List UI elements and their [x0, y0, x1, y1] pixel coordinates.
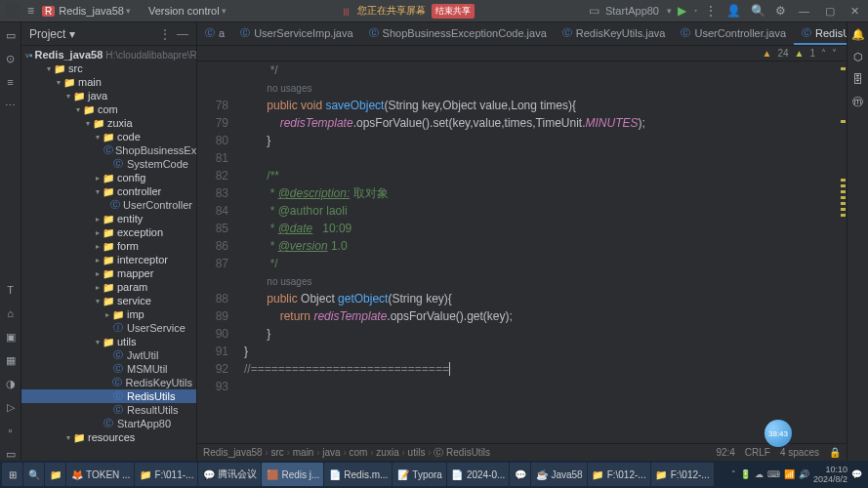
more-tool-icon[interactable]: ⋯ — [4, 99, 18, 112]
structure-tool-icon[interactable]: ≡ — [4, 75, 18, 89]
tw-git-icon[interactable]: ◑ — [4, 377, 18, 390]
editor-inspections[interactable]: ▲24 ▲1 ˄ ˅ — [197, 46, 847, 61]
lock-icon[interactable]: 🔒 — [829, 447, 841, 458]
taskbar-item[interactable]: 📄2024-0... — [447, 463, 509, 486]
editor-tab[interactable]: ⒸRedisKeyUtils.java — [555, 23, 674, 45]
code-content[interactable]: */ no usages public void saveObject(Stri… — [236, 61, 847, 443]
tree-item[interactable]: ⒸStartApp80 — [21, 417, 196, 430]
commit-tool-icon[interactable]: ⊙ — [4, 52, 18, 65]
taskbar-item[interactable]: 💬腾讯会议 — [198, 463, 261, 486]
play-icon[interactable]: ▶ — [678, 4, 686, 18]
breadcrumb-segment[interactable]: src — [271, 447, 293, 458]
encoding[interactable]: CRLF — [745, 447, 770, 458]
run-config[interactable]: StartApp80 — [605, 5, 659, 17]
tree-item[interactable]: ▸📁imp — [21, 307, 196, 321]
tree-item[interactable]: ⒸUserController — [21, 198, 196, 212]
tree-item[interactable]: ▸📁mapper — [21, 266, 196, 280]
tree-item[interactable]: ⒸRedisUtils — [21, 389, 196, 403]
nav-down-icon[interactable]: ˅ — [832, 48, 837, 59]
tree-item[interactable]: ▾📁resources — [21, 430, 196, 444]
editor-tab[interactable]: ⒸRedisUtils.java× — [794, 23, 847, 45]
vcs-menu[interactable]: Version control ▾ — [148, 5, 227, 17]
taskbar-item[interactable]: 💬 — [510, 463, 530, 486]
breadcrumb-segment[interactable]: Ⓒ RedisUtils — [434, 447, 490, 458]
gear-icon[interactable]: ⚙ — [775, 4, 786, 18]
minimize-button[interactable]: — — [796, 5, 812, 17]
search-icon[interactable]: 🔍 — [751, 4, 765, 18]
taskbar-item[interactable]: 🦊TOKEN ... — [66, 463, 134, 486]
project-selector[interactable]: R Redis_java58 ▾ — [42, 5, 131, 17]
tray-up-icon[interactable]: ˄ — [731, 469, 736, 479]
tree-item[interactable]: ⒾUserService — [21, 321, 196, 335]
tree-item[interactable]: ⒸShopBusinessExce — [21, 143, 196, 157]
breadcrumb-segment[interactable]: utils — [408, 447, 434, 458]
debug-icon[interactable]: ⬞ — [692, 4, 699, 18]
editor-tab[interactable]: ⒸShopBusinessExceptionCode.java — [361, 23, 555, 45]
tree-item[interactable]: ▾📁controller — [21, 184, 196, 198]
editor-tab[interactable]: ⒸUserController.java — [673, 23, 794, 45]
tw-problems-icon[interactable]: ▭ — [4, 447, 18, 461]
tree-item[interactable]: ▸📁interceptor — [21, 253, 196, 266]
ai-assistant-icon[interactable]: ⬡ — [853, 51, 863, 63]
breadcrumb-path[interactable]: Redis_java58srcmainjavacomzuxiautilsⒸ Re… — [203, 446, 490, 460]
tw-text-icon[interactable]: T — [4, 283, 18, 297]
tree-item[interactable]: ▸📁form — [21, 239, 196, 253]
tree-item[interactable]: ▸📁param — [21, 280, 196, 294]
taskbar-item[interactable]: ☕Java58 — [531, 463, 586, 486]
close-button[interactable]: ✕ — [847, 5, 862, 18]
floating-timer[interactable]: 38:43 — [765, 420, 792, 447]
tree-item[interactable]: ▾📁zuxia — [21, 116, 196, 130]
breadcrumb-segment[interactable]: main — [293, 447, 323, 458]
more-icon[interactable]: ⋮ — [705, 4, 717, 18]
hide-icon[interactable]: — — [177, 27, 188, 41]
project-tree[interactable]: v▪Redis_java58 H:\cloudalibabapre\Red▾📁s… — [21, 46, 196, 461]
project-tool-icon[interactable]: ▭ — [4, 28, 18, 42]
tw-bookmark-icon[interactable]: ▣ — [4, 330, 18, 344]
indent[interactable]: 4 spaces — [780, 447, 819, 458]
end-share-button[interactable]: 结束共享 — [432, 4, 475, 19]
tree-item[interactable]: ▾📁service — [21, 294, 196, 307]
tree-item[interactable]: ▾📁utils — [21, 335, 196, 348]
maximize-button[interactable]: ▢ — [822, 5, 838, 18]
hamburger-icon[interactable]: ≡ — [27, 4, 34, 18]
tree-item[interactable]: ⒸMSMUtil — [21, 362, 196, 376]
tree-item[interactable]: ⒸSystemCode — [21, 157, 196, 171]
breadcrumb-segment[interactable]: Redis_java58 — [203, 447, 271, 458]
tree-item[interactable]: ▸📁exception — [21, 225, 196, 239]
system-tray[interactable]: ˄ 🔋 ☁ ⌨ 📶 🔊 10:10 2024/8/2 💬 — [731, 465, 866, 484]
tree-item[interactable]: ⒸJwtUtil — [21, 348, 196, 362]
breadcrumb-segment[interactable]: com — [350, 447, 377, 458]
tw-db-icon[interactable]: ▦ — [4, 353, 18, 367]
editor-tab[interactable]: ⒸUserServiceImp.java — [232, 23, 360, 45]
taskbar-item[interactable]: 📁F:\012-... — [651, 463, 714, 486]
tree-item[interactable]: ▾📁java — [21, 89, 196, 102]
maven-icon[interactable]: ⓜ — [852, 95, 863, 109]
tree-item[interactable]: ▸📁config — [21, 171, 196, 184]
breadcrumb-segment[interactable]: zuxia — [376, 447, 407, 458]
nav-up-icon[interactable]: ˄ — [821, 48, 826, 59]
tw-services-icon[interactable]: ▫ — [4, 424, 18, 437]
taskbar-item[interactable]: 📄Redis.m... — [324, 463, 392, 486]
tree-root[interactable]: v▪Redis_java58 H:\cloudalibabapre\Red — [21, 48, 196, 61]
taskbar-item[interactable]: 📝Typora — [393, 463, 446, 486]
taskbar-item[interactable]: 📁F:\011-... — [135, 463, 197, 486]
tree-item[interactable]: ⒸRedisKeyUtils — [21, 376, 196, 389]
taskbar-item[interactable]: 📁 — [45, 463, 65, 486]
tree-item[interactable]: ▾📁code — [21, 130, 196, 143]
user-icon[interactable]: 👤 — [726, 4, 741, 18]
tree-item[interactable]: ⒸResultUtils — [21, 403, 196, 417]
taskbar-item[interactable]: 🟫Redis j... — [262, 463, 323, 486]
collapse-icon[interactable]: ⋮ — [159, 27, 171, 41]
tree-item[interactable]: ▾📁main — [21, 75, 196, 89]
tree-item[interactable]: ▸📁entity — [21, 212, 196, 225]
editor-tab[interactable]: Ⓒa — [197, 23, 232, 45]
notifications-icon[interactable]: 🔔 — [851, 28, 865, 41]
tree-item[interactable]: ▾📁com — [21, 102, 196, 116]
code-editor[interactable]: 78798081828384858687888990919293 */ no u… — [197, 61, 847, 443]
taskbar-item[interactable]: 📁F:\012-... — [588, 463, 650, 486]
error-stripe[interactable] — [839, 61, 847, 443]
tree-item[interactable]: ▾📁src — [21, 61, 196, 75]
database-icon[interactable]: 🗄 — [852, 73, 863, 85]
taskbar-item[interactable]: 🔍 — [23, 463, 44, 486]
tw-terminal-icon[interactable]: ▷ — [4, 400, 18, 414]
